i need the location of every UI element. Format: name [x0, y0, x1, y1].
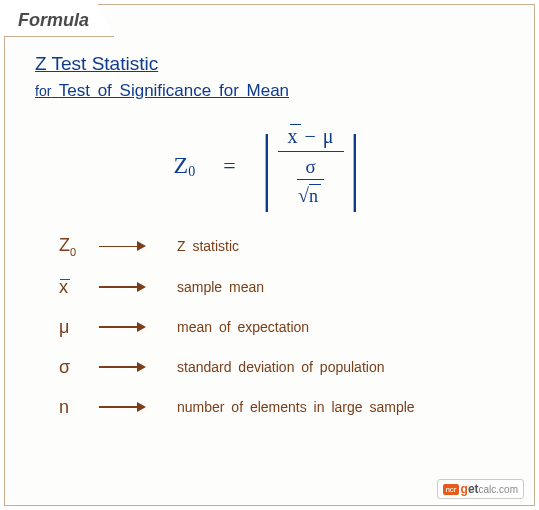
- title-main: Test of Significance for Mean: [59, 81, 289, 100]
- legend-row: x sample mean: [59, 277, 510, 298]
- abs-bar-right: |: [351, 136, 359, 196]
- denominator-sigma: σ: [297, 156, 323, 180]
- card-content: Z Test Statistic for Test of Significanc…: [5, 5, 534, 447]
- overline-icon: [60, 279, 70, 280]
- denominator: σ √n: [297, 156, 323, 207]
- card-tab-label: Formula: [4, 4, 114, 37]
- legend-symbol: x: [59, 277, 99, 298]
- equals-sign: =: [223, 153, 235, 179]
- arrow-icon: [99, 241, 159, 251]
- arrow-icon: [99, 322, 159, 332]
- title-line-2: for Test of Significance for Mean: [35, 81, 510, 101]
- title-prefix: for: [35, 83, 51, 99]
- abs-bar-left: |: [263, 136, 271, 196]
- brand-logo: ncrgetcalc.com: [437, 479, 524, 499]
- legend-desc: Z statistic: [177, 238, 239, 254]
- legend-symbol: μ: [59, 317, 99, 338]
- legend-desc: standard deviation of population: [177, 359, 384, 375]
- arrow-icon: [99, 282, 159, 292]
- fraction: x − μ σ √n: [278, 125, 344, 207]
- formula-expression: Z0 = | x − μ σ √n |: [29, 125, 510, 207]
- legend-row: n number of elements in large sample: [59, 397, 510, 418]
- brand-badge-icon: ncr: [443, 484, 458, 495]
- legend-row: Z0 Z statistic: [59, 235, 510, 258]
- legend-row: σ standard deviation of population: [59, 357, 510, 378]
- numerator: x − μ: [278, 125, 344, 152]
- legend: Z0 Z statistic x sample mean μ mean of e…: [59, 235, 510, 418]
- legend-symbol: Z0: [59, 235, 99, 258]
- denominator-sqrt-n: √n: [298, 183, 323, 207]
- title-line-1: Z Test Statistic: [35, 53, 510, 75]
- formula-lhs: Z0: [174, 152, 196, 180]
- formula-card: Formula Z Test Statistic for Test of Sig…: [4, 4, 535, 506]
- absolute-value: | x − μ σ √n |: [256, 125, 366, 207]
- legend-symbol: n: [59, 397, 99, 418]
- arrow-icon: [99, 402, 159, 412]
- arrow-icon: [99, 362, 159, 372]
- legend-symbol: σ: [59, 357, 99, 378]
- xbar-overline-icon: [290, 124, 301, 125]
- legend-desc: mean of expectation: [177, 319, 309, 335]
- legend-desc: sample mean: [177, 279, 264, 295]
- legend-desc: number of elements in large sample: [177, 399, 415, 415]
- legend-row: μ mean of expectation: [59, 317, 510, 338]
